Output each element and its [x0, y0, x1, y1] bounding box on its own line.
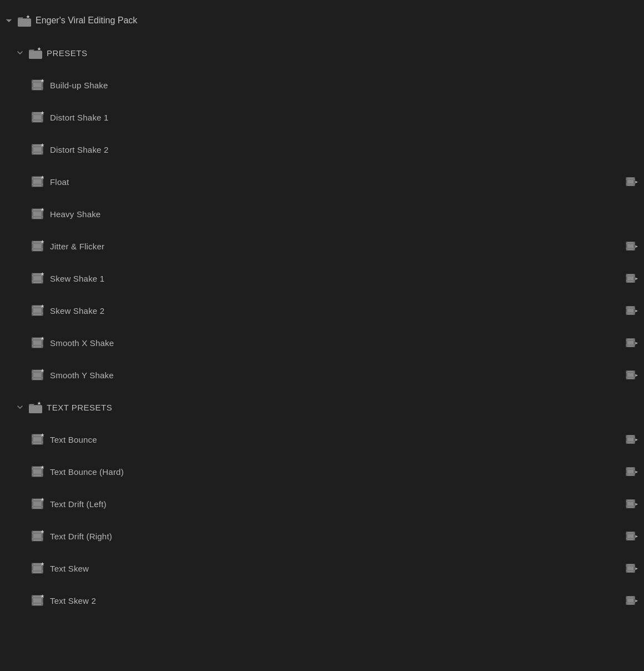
preset-item-label: Distort Shake 1	[50, 113, 109, 122]
list-item[interactable]: Text Skew 2	[0, 584, 644, 617]
apply-action[interactable]	[624, 239, 640, 253]
svg-marker-43	[635, 245, 638, 248]
preset-item-label: Text Skew	[50, 564, 89, 573]
svg-rect-133	[32, 563, 43, 573]
svg-rect-153	[626, 602, 635, 603]
svg-rect-103	[32, 468, 43, 470]
apply-action[interactable]	[624, 336, 640, 349]
apply-action[interactable]	[624, 497, 640, 510]
svg-marker-121	[635, 503, 638, 505]
folder-star-icon	[28, 46, 43, 59]
apply-preset-icon	[624, 336, 640, 349]
preset-icon	[31, 594, 47, 607]
list-item[interactable]: Float	[0, 166, 644, 198]
list-item[interactable]: Text Bounce (Hard)	[0, 455, 644, 488]
text-presets-section[interactable]: TEXT PRESETS	[0, 391, 644, 423]
apply-action[interactable]	[624, 562, 640, 575]
svg-rect-13	[32, 144, 33, 154]
svg-rect-125	[32, 533, 43, 534]
svg-marker-99	[635, 438, 638, 441]
svg-rect-145	[32, 595, 33, 605]
list-item[interactable]: Text Drift (Left)	[0, 488, 644, 520]
svg-rect-3	[32, 80, 33, 90]
svg-rect-52	[626, 276, 635, 277]
preset-item-label: Heavy Shake	[50, 209, 100, 219]
root-item[interactable]: Enger's Viral Editing Pack	[0, 4, 644, 37]
apply-preset-icon	[624, 433, 640, 446]
preset-item-label: Jitter & Flicker	[50, 242, 104, 251]
apply-preset-icon	[624, 529, 640, 543]
svg-rect-44	[32, 273, 43, 283]
svg-rect-53	[626, 280, 635, 281]
svg-rect-69	[32, 339, 43, 341]
text-presets-section-label: TEXT PRESETS	[47, 403, 112, 412]
svg-rect-36	[32, 243, 43, 244]
apply-action[interactable]	[624, 272, 640, 285]
list-item[interactable]: Build-up Shake	[0, 69, 644, 101]
apply-action[interactable]	[624, 304, 640, 317]
preset-item-label: Text Drift (Left)	[50, 499, 107, 509]
svg-rect-134	[32, 563, 33, 573]
apply-preset-icon	[624, 368, 640, 382]
list-item[interactable]: Jitter & Flicker	[0, 230, 644, 262]
root-label: Enger's Viral Editing Pack	[36, 16, 137, 26]
list-item[interactable]: Heavy Shake	[0, 198, 644, 230]
preset-icon	[31, 336, 47, 349]
preset-item-label: Smooth Y Shake	[50, 370, 114, 380]
apply-action[interactable]	[624, 529, 640, 543]
list-item[interactable]: Smooth Y Shake	[0, 359, 644, 391]
list-item[interactable]: Text Bounce	[0, 423, 644, 455]
apply-action[interactable]	[624, 465, 640, 478]
list-item[interactable]: Skew Shake 1	[0, 262, 644, 294]
preset-item-label: Build-up Shake	[50, 81, 108, 90]
apply-preset-icon	[624, 175, 640, 188]
preset-icon	[31, 272, 47, 285]
list-item[interactable]: Distort Shake 1	[0, 101, 644, 133]
svg-rect-1	[29, 51, 42, 59]
list-item[interactable]: Distort Shake 2	[0, 133, 644, 166]
svg-rect-147	[32, 597, 43, 599]
svg-rect-77	[32, 370, 43, 380]
svg-rect-144	[32, 595, 43, 605]
svg-rect-45	[32, 273, 33, 283]
svg-marker-27	[635, 181, 638, 183]
svg-marker-65	[635, 309, 638, 312]
preset-icon	[31, 78, 47, 92]
svg-rect-93	[32, 442, 43, 443]
list-item[interactable]: Text Drift (Right)	[0, 520, 644, 552]
svg-rect-33	[32, 241, 43, 251]
svg-marker-54	[635, 277, 638, 280]
preset-icon	[31, 465, 47, 478]
svg-rect-148	[32, 603, 43, 604]
chevron-down-icon	[16, 403, 24, 412]
svg-rect-64	[626, 312, 635, 313]
svg-rect-112	[32, 499, 33, 509]
svg-marker-76	[635, 342, 638, 344]
svg-marker-87	[635, 374, 638, 377]
svg-rect-17	[32, 177, 43, 187]
preset-item-label: Text Drift (Right)	[50, 532, 112, 541]
svg-rect-58	[32, 307, 43, 309]
svg-rect-0	[18, 18, 31, 27]
svg-rect-7	[32, 112, 43, 122]
svg-marker-110	[635, 470, 638, 473]
apply-action[interactable]	[624, 433, 640, 446]
svg-rect-26	[626, 183, 635, 184]
svg-rect-10	[32, 114, 43, 116]
presets-section[interactable]: PRESETS	[0, 37, 644, 69]
apply-action[interactable]	[624, 594, 640, 607]
svg-rect-5	[32, 82, 43, 83]
apply-action[interactable]	[624, 175, 640, 188]
svg-rect-2	[32, 80, 43, 90]
svg-rect-120	[626, 505, 635, 507]
list-item[interactable]: Text Skew	[0, 552, 644, 584]
apply-action[interactable]	[624, 368, 640, 382]
list-item[interactable]: Skew Shake 2	[0, 294, 644, 327]
preset-icon	[31, 529, 47, 543]
svg-rect-152	[626, 598, 635, 599]
apply-preset-icon	[624, 497, 640, 510]
svg-rect-109	[626, 473, 635, 474]
svg-rect-111	[32, 499, 43, 509]
svg-rect-28	[32, 209, 43, 219]
list-item[interactable]: Smooth X Shake	[0, 327, 644, 359]
